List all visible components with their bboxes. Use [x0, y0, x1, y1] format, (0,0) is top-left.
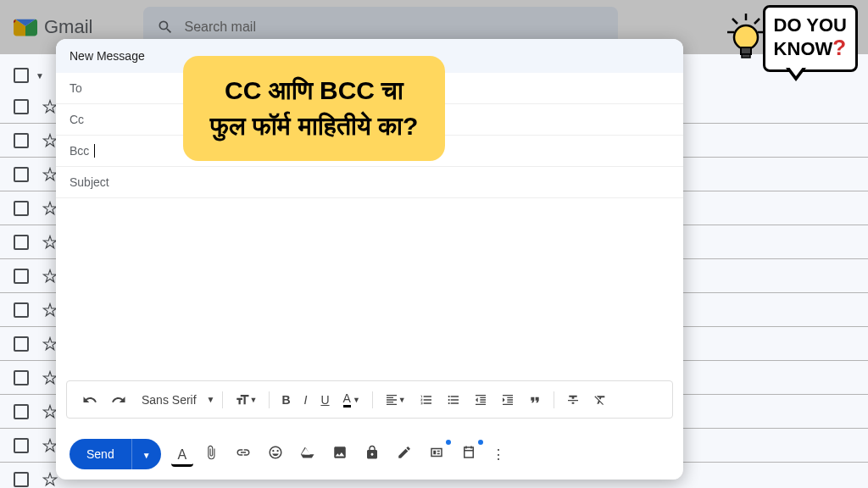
text-cursor	[94, 144, 95, 158]
bold-button[interactable]: B	[276, 390, 295, 410]
to-label: To	[70, 81, 82, 95]
callout-line1: CC आणि BCC चा	[210, 73, 418, 108]
numbered-list-button[interactable]	[415, 390, 438, 410]
svg-rect-6	[741, 47, 751, 54]
drive-icon[interactable]	[293, 440, 322, 469]
toolbar-divider	[554, 391, 554, 408]
text-format-icon[interactable]: A	[171, 442, 194, 467]
search-icon	[157, 19, 174, 36]
row-checkbox[interactable]	[14, 472, 29, 487]
image-icon[interactable]	[326, 440, 354, 469]
speech-tail	[786, 68, 806, 81]
row-checkbox[interactable]	[14, 370, 29, 385]
bcc-label: Bcc	[70, 144, 89, 158]
speech-bubble: DO YOU KNOW?	[763, 5, 858, 72]
link-icon[interactable]	[229, 440, 258, 469]
svg-line-1	[732, 19, 737, 24]
cc-label: Cc	[70, 113, 84, 126]
lightbulb-icon	[726, 12, 766, 66]
dyk-line2: KNOW	[774, 38, 833, 59]
row-checkbox[interactable]	[14, 302, 29, 318]
subject-label: Subject	[70, 175, 109, 189]
row-checkbox[interactable]	[14, 99, 29, 114]
gmail-logo[interactable]: Gmail	[14, 16, 92, 38]
compose-body[interactable]	[56, 198, 683, 380]
quote-button[interactable]	[523, 390, 547, 410]
indent-less-button[interactable]	[469, 390, 492, 410]
toolbar-divider	[222, 391, 223, 408]
row-checkbox[interactable]	[14, 404, 29, 419]
dyk-line1: DO YOU	[774, 16, 847, 35]
row-checkbox[interactable]	[14, 269, 29, 284]
font-selector[interactable]: Sans Serif	[135, 390, 203, 410]
align-button[interactable]: ▼	[380, 390, 411, 410]
confidential-icon[interactable]	[358, 440, 387, 469]
row-checkbox[interactable]	[14, 133, 29, 148]
undo-button[interactable]	[77, 389, 103, 411]
gmail-logo-text: Gmail	[44, 16, 92, 38]
toolbar-divider	[269, 391, 270, 408]
attach-icon[interactable]	[197, 440, 225, 469]
format-toolbar: Sans Serif ▼ ▼ B I U A▼ ▼	[66, 380, 673, 419]
send-more-button[interactable]: ▼	[131, 439, 161, 469]
do-you-know-badge: DO YOU KNOW?	[726, 5, 858, 72]
pen-icon[interactable]	[390, 440, 419, 469]
search-input[interactable]	[184, 19, 604, 35]
strikethrough-button[interactable]	[561, 390, 585, 410]
row-checkbox[interactable]	[14, 336, 29, 352]
row-checkbox[interactable]	[14, 201, 29, 216]
chevron-down-icon[interactable]: ▼	[36, 71, 44, 80]
row-checkbox[interactable]	[14, 235, 29, 250]
more-options-icon[interactable]: ⋮	[487, 441, 510, 468]
chevron-down-icon[interactable]: ▼	[207, 395, 215, 404]
send-button-group: Send ▼	[70, 439, 161, 469]
row-checkbox[interactable]	[14, 167, 29, 182]
svg-rect-7	[742, 54, 750, 58]
svg-point-5	[734, 25, 758, 49]
underline-button[interactable]: U	[315, 390, 334, 410]
svg-line-2	[754, 19, 760, 24]
bullet-list-button[interactable]	[442, 390, 465, 410]
indent-more-button[interactable]	[496, 390, 520, 410]
italic-button[interactable]: I	[299, 390, 313, 410]
compose-footer: Send ▼ A ⋮	[56, 429, 683, 480]
clear-format-button[interactable]	[588, 390, 612, 410]
select-all-checkbox[interactable]	[14, 68, 29, 83]
redo-button[interactable]	[106, 389, 131, 411]
send-button[interactable]: Send	[70, 439, 131, 469]
dyk-q: ?	[832, 35, 846, 60]
emoji-icon[interactable]	[261, 440, 290, 469]
callout-line2: फुल फॉर्म माहितीये का?	[210, 108, 418, 144]
gmail-logo-icon	[14, 18, 37, 36]
text-color-button[interactable]: A▼	[338, 388, 365, 411]
font-size-button[interactable]: ▼	[230, 389, 263, 411]
subject-field[interactable]: Subject	[56, 167, 683, 198]
callout-banner: CC आणि BCC चा फुल फॉर्म माहितीये का?	[183, 56, 445, 161]
row-checkbox[interactable]	[14, 438, 29, 453]
toolbar-divider	[372, 391, 373, 408]
